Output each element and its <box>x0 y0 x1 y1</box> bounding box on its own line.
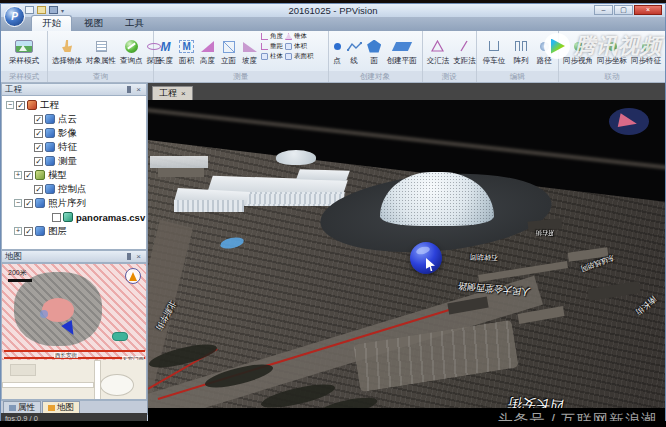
new-file-icon[interactable] <box>25 6 34 14</box>
street-label: 石碑胡同 <box>470 252 498 263</box>
building-far-left <box>150 156 208 168</box>
create-point-button[interactable]: 点 <box>331 38 343 66</box>
tree-label: 点云 <box>58 113 77 126</box>
tree-label: 影像 <box>58 127 77 140</box>
map-road-label: 西长安街 <box>54 352 78 358</box>
object-properties-button[interactable]: 对象属性 <box>84 38 118 66</box>
checkbox[interactable]: ✓ <box>34 143 43 152</box>
small-dome <box>276 150 316 165</box>
features-node-icon <box>45 142 55 152</box>
tab-tools[interactable]: 工具 <box>115 16 154 31</box>
height-button[interactable]: 高度 <box>198 38 217 66</box>
map-scale-bar <box>8 279 32 282</box>
document-tab-close-icon[interactable]: × <box>181 89 186 98</box>
tree-row-controlpoints[interactable]: ✓ 控制点 <box>2 182 146 196</box>
checkbox[interactable]: ✓ <box>16 101 25 110</box>
screenshot-stage: 20161025 - PPVision ▾ – ▢ × P 开始 视图 工具 <box>0 0 666 427</box>
intersection-method-button[interactable]: 交汇法 <box>425 38 452 66</box>
tab-view[interactable]: 视图 <box>74 16 113 31</box>
expander-icon[interactable]: + <box>14 171 22 179</box>
pentagon-icon <box>367 40 381 53</box>
checkbox[interactable]: ✓ <box>24 171 33 180</box>
query-point-button[interactable]: 查询点 <box>118 38 145 66</box>
cone-button[interactable]: 锥体 <box>285 32 314 41</box>
tree-row-root[interactable]: − ✓ 工程 <box>2 98 146 112</box>
pointcloud-node-icon <box>45 114 55 124</box>
surface-area-button[interactable]: 表面积 <box>285 52 314 61</box>
map-block <box>10 364 36 376</box>
measure-node-icon <box>45 156 55 166</box>
tab-map[interactable]: 地图 <box>42 401 80 413</box>
project-panel-close-icon[interactable]: × <box>134 85 143 94</box>
minimize-button[interactable]: – <box>594 5 613 15</box>
tree-label: 图层 <box>48 225 67 238</box>
checkbox[interactable]: ✓ <box>24 227 33 236</box>
tree-row-layers[interactable]: + ✓ 图层 <box>2 224 146 238</box>
checkbox[interactable]: ✓ <box>34 157 43 166</box>
video-bottom-bar: 头条号 / 互联网新浪潮 <box>148 408 665 421</box>
sampling-mode-icon <box>15 40 33 53</box>
map-panel-close-icon[interactable]: × <box>134 252 143 261</box>
building-facade-annex <box>174 200 244 212</box>
slope-button[interactable]: 坡度 <box>240 38 259 66</box>
tree-row-model[interactable]: + ✓ 模型 <box>2 168 146 182</box>
layers-node-icon <box>35 226 45 236</box>
left-dock: 工程 × − ✓ 工程 ✓ 点云 <box>1 83 148 415</box>
tree-row-measure[interactable]: ✓ 测量 <box>2 154 146 168</box>
elevation-button[interactable]: 立面 <box>219 38 238 66</box>
street-label: 西长安街 <box>506 394 565 408</box>
sampling-mode-button[interactable]: 采样模式 <box>7 38 41 66</box>
tab-properties[interactable]: 属性 <box>3 401 41 413</box>
checkbox[interactable]: ✓ <box>34 129 43 138</box>
view-compass-indicator[interactable] <box>609 108 649 135</box>
checkbox[interactable] <box>52 213 61 222</box>
tree-row-panoramas[interactable]: panoramas.csv <box>2 210 146 224</box>
pin-icon[interactable] <box>127 253 131 260</box>
save-icon[interactable] <box>49 6 58 14</box>
map-south-area <box>2 360 146 399</box>
map-compass-icon[interactable] <box>125 268 141 284</box>
cylinder-button[interactable]: 柱体 <box>261 52 283 61</box>
angle-button[interactable]: 角度 <box>261 32 283 41</box>
expander-icon[interactable]: + <box>14 227 22 235</box>
map-pink-ellipse <box>42 298 74 322</box>
tree-row-imagery[interactable]: ✓ 影像 <box>2 126 146 140</box>
length-button[interactable]: M 长度 <box>156 38 175 66</box>
height-triangle-icon <box>201 41 214 52</box>
dock-tab-bar: 属性 地图 <box>1 400 147 413</box>
map-panel-header: 地图 × <box>1 250 147 263</box>
qat-dropdown-icon[interactable]: ▾ <box>61 7 64 14</box>
create-line-button[interactable]: 线 <box>345 38 364 66</box>
checkbox[interactable]: ✓ <box>34 185 43 194</box>
tree-label: 控制点 <box>58 183 87 196</box>
close-button[interactable]: × <box>634 5 662 15</box>
select-object-button[interactable]: 选择物体 <box>50 38 84 66</box>
vertical-distance-button[interactable]: 垂距 <box>261 42 283 51</box>
ribbon-group-sampling: 采样模式 采样模式 <box>1 31 48 82</box>
array-button[interactable]: 阵列 <box>512 38 531 66</box>
checkbox[interactable]: ✓ <box>24 199 33 208</box>
app-logo-orb[interactable]: P <box>4 6 25 27</box>
window-title: 20161025 - PPVision <box>1 5 665 16</box>
tab-start[interactable]: 开始 <box>31 15 72 31</box>
document-tab-project[interactable]: 工程 × <box>152 86 193 100</box>
open-file-icon[interactable] <box>37 6 46 14</box>
pin-icon[interactable] <box>127 86 131 93</box>
mini-map[interactable]: 西长安街 天安门西 200米 <box>1 263 147 400</box>
offset-method-button[interactable]: 支距法 <box>451 38 478 66</box>
volume-button[interactable]: 体积 <box>285 42 314 51</box>
checkbox[interactable]: ✓ <box>34 115 43 124</box>
create-plane-button[interactable]: 创建平面 <box>385 38 419 66</box>
expander-icon[interactable]: − <box>6 101 14 109</box>
maximize-button[interactable]: ▢ <box>614 5 633 15</box>
tree-row-features[interactable]: ✓ 特征 <box>2 140 146 154</box>
project-tree: − ✓ 工程 ✓ 点云 ✓ 影像 <box>1 96 147 250</box>
create-surface-button[interactable]: 面 <box>365 38 383 66</box>
tree-row-pointcloud[interactable]: ✓ 点云 <box>2 112 146 126</box>
parking-space-button[interactable]: 停车位 <box>481 38 508 66</box>
viewport-3d[interactable]: 西长安街 人民大会堂西侧路 石碑胡同 东绒线胡同 南长街 北新华街 府右街 <box>148 100 665 408</box>
tree-row-photosequence[interactable]: − ✓ 照片序列 <box>2 196 146 210</box>
area-button[interactable]: M 面积 <box>177 38 196 66</box>
map-secondary-marker <box>40 310 48 318</box>
expander-icon[interactable]: − <box>14 199 22 207</box>
